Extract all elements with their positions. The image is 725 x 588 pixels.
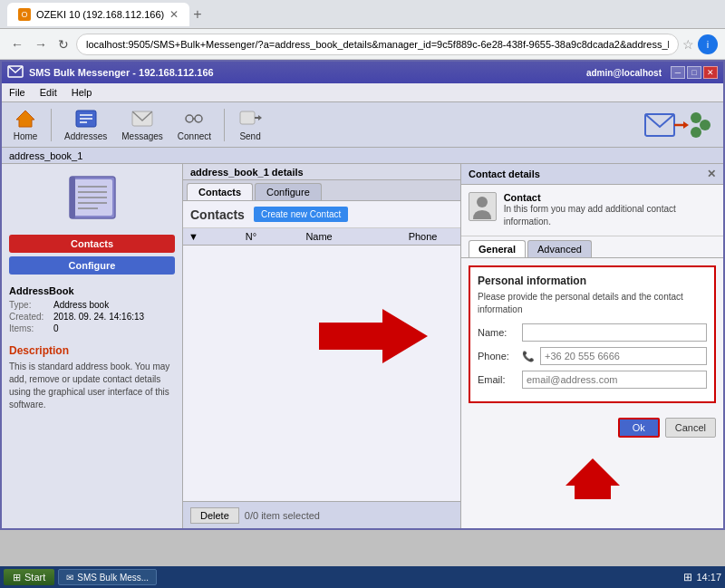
- panel-tabs: General Advanced: [461, 236, 723, 258]
- taskbar: ⊞ Start ✉ SMS Bulk Mess... ⊞ 14:17: [0, 566, 725, 588]
- app-logo: [643, 109, 716, 141]
- sidebar-info-title: AddressBook: [9, 285, 175, 296]
- start-button[interactable]: ⊞ Start: [4, 569, 54, 585]
- name-label: Name:: [478, 327, 518, 338]
- toolbar-send-button[interactable]: Send: [234, 106, 266, 143]
- configure-sidebar-button[interactable]: Configure: [9, 256, 175, 275]
- svg-rect-26: [70, 177, 75, 218]
- info-created-row: Created: 2018. 09. 24. 14:16:13: [9, 312, 175, 322]
- toolbar-sep-1: [51, 109, 52, 141]
- monitor-icon: ⊞: [683, 571, 692, 583]
- created-label: Created:: [9, 312, 50, 322]
- email-field-row: Email:: [478, 371, 707, 389]
- svg-marker-29: [566, 458, 620, 499]
- toolbar-sep-2: [224, 109, 225, 141]
- close-button[interactable]: ✕: [703, 66, 718, 79]
- toolbar-addresses-label: Addresses: [64, 131, 107, 141]
- contact-avatar: [469, 192, 497, 221]
- tab-configure[interactable]: Configure: [255, 183, 322, 200]
- browser-tab[interactable]: O OZEKI 10 (192.168.112.166) ✕: [7, 3, 189, 26]
- svg-point-18: [691, 127, 701, 138]
- svg-point-8: [195, 115, 202, 122]
- panel-close-button[interactable]: ✕: [707, 168, 716, 180]
- main-content: address_book_1 details Contacts Configur…: [183, 164, 723, 528]
- app-menu: File Edit Help: [2, 83, 723, 102]
- tab-contacts[interactable]: Contacts: [187, 183, 253, 200]
- app-toolbar: Home Addresses Messages: [2, 102, 723, 148]
- contacts-title: Contacts: [190, 207, 245, 222]
- send-icon: [237, 108, 263, 130]
- app-user: admin@localhost: [586, 68, 662, 78]
- minimize-button[interactable]: ─: [671, 66, 685, 79]
- toolbar-addresses-button[interactable]: Addresses: [61, 106, 111, 143]
- book-icon-area: [9, 171, 175, 227]
- taskbar-app-item[interactable]: ✉ SMS Bulk Mess...: [58, 569, 157, 585]
- profile-button[interactable]: i: [698, 34, 718, 54]
- description-text: This is standard address book. You may a…: [9, 361, 175, 411]
- taskbar-tray: ⊞ 14:17: [683, 571, 721, 583]
- toolbar-send-label: Send: [239, 131, 260, 141]
- content-header-text: address_book_1 details: [190, 167, 304, 178]
- sidebar-info: AddressBook Type: Address book Created: …: [9, 285, 175, 333]
- bookmark-button[interactable]: ☆: [682, 37, 694, 52]
- contacts-sidebar-button[interactable]: Contacts: [9, 235, 175, 253]
- messages-icon: [130, 108, 155, 130]
- app-win-controls: ─ □ ✕: [671, 66, 718, 79]
- svg-marker-15: [683, 121, 689, 129]
- contact-details-panel: Contact details ✕ Contact In this f: [460, 164, 723, 528]
- type-value: Address book: [53, 300, 109, 310]
- items-label: Items:: [9, 323, 50, 333]
- panel-actions: Ok Cancel: [461, 410, 723, 445]
- maximize-button[interactable]: □: [687, 66, 701, 79]
- start-label: Start: [24, 572, 45, 583]
- type-label: Type:: [9, 300, 50, 310]
- back-button[interactable]: ←: [7, 34, 27, 55]
- toolbar-home-label: Home: [14, 131, 38, 141]
- ok-button[interactable]: Ok: [618, 418, 660, 438]
- panel-tab-general[interactable]: General: [469, 240, 526, 257]
- col-name: Name: [300, 228, 402, 246]
- items-value: 0: [53, 323, 59, 333]
- panel-header-text: Contact details: [469, 169, 540, 179]
- connect-icon: [181, 108, 207, 130]
- menu-help[interactable]: Help: [64, 85, 100, 100]
- name-input[interactable]: [522, 323, 707, 342]
- address-bar[interactable]: [76, 34, 679, 55]
- svg-point-7: [186, 115, 193, 122]
- col-number: N°: [240, 228, 301, 246]
- tab-favicon: O: [18, 8, 31, 21]
- contact-info-desc: In this form you may add additional cont…: [504, 203, 716, 228]
- start-icon: ⊞: [13, 572, 21, 583]
- panel-tab-advanced[interactable]: Advanced: [527, 240, 592, 257]
- toolbar-messages-button[interactable]: Messages: [118, 106, 167, 143]
- toolbar-connect-button[interactable]: Connect: [174, 106, 215, 143]
- create-contact-button[interactable]: Create new Contact: [254, 207, 348, 222]
- name-field-row: Name:: [478, 323, 707, 342]
- svg-rect-10: [240, 111, 255, 124]
- personal-info-desc: Please provide the personal details and …: [478, 291, 707, 316]
- email-input[interactable]: [522, 371, 707, 389]
- phone-input[interactable]: [540, 347, 707, 365]
- svg-point-28: [477, 197, 488, 207]
- toolbar-home-button[interactable]: Home: [9, 106, 42, 143]
- svg-point-16: [691, 112, 701, 123]
- taskbar-time: 14:17: [696, 572, 721, 583]
- contact-info-title: Contact: [504, 192, 716, 203]
- cancel-button[interactable]: Cancel: [665, 418, 716, 438]
- app-body: Contacts Configure AddressBook Type: Add…: [2, 164, 723, 528]
- address-book-icon: [65, 175, 120, 220]
- forward-button[interactable]: →: [31, 34, 51, 55]
- breadcrumb-text: address_book_1: [9, 150, 82, 161]
- app-titlebar: SMS Bulk Messenger - 192.168.112.166 adm…: [2, 62, 723, 83]
- tab-title: OZEKI 10 (192.168.112.166): [36, 9, 164, 20]
- tab-close-btn[interactable]: ✕: [169, 8, 179, 21]
- toolbar-connect-label: Connect: [178, 131, 211, 141]
- app-window: SMS Bulk Messenger - 192.168.112.166 adm…: [0, 60, 725, 530]
- right-arrow-decoration: [319, 304, 428, 370]
- reload-button[interactable]: ↻: [54, 34, 72, 55]
- new-tab-button[interactable]: +: [193, 6, 201, 23]
- menu-file[interactable]: File: [2, 85, 33, 100]
- browser-toolbar: ← → ↻ ☆ i: [0, 29, 725, 60]
- delete-button[interactable]: Delete: [190, 507, 239, 524]
- menu-edit[interactable]: Edit: [33, 85, 64, 100]
